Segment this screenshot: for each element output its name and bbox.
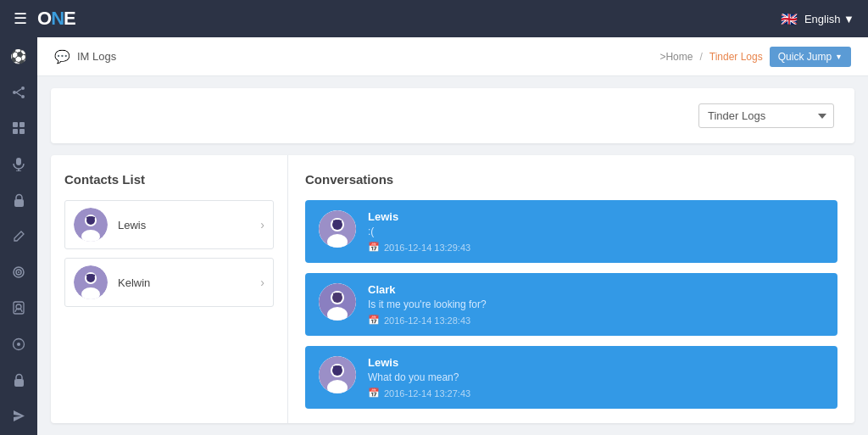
contact-arrow-icon-kelwin: › [260,276,264,289]
svg-point-2 [13,91,16,94]
svg-rect-9 [16,158,21,165]
svg-rect-6 [19,122,25,127]
contact-left: Lewis [74,208,146,242]
log-type-select[interactable]: Tinder Logs WhatsApp Logs Facebook Logs … [698,103,834,128]
conv-timestamp-1: 2016-12-14 13:28:43 [384,315,470,326]
svg-line-38 [338,220,342,221]
svg-rect-7 [13,129,18,134]
breadcrumb-bar: 💬 IM Logs >Home / Tinder Logs Quick Jump [37,37,868,76]
svg-line-37 [333,220,337,221]
edit-icon[interactable] [5,226,32,246]
conv-content-1: Clark Is it me you're looking for? 📅 201… [368,283,824,326]
conv-content-0: Lewis :( 📅 2016-12-14 13:29:43 [368,210,824,253]
contacts-panel: Contacts List [51,155,288,423]
conv-time-1: 📅 2016-12-14 13:28:43 [368,315,824,326]
send-icon[interactable] [5,406,32,427]
soccer-ball-icon[interactable]: ⚽ [5,46,32,66]
conv-sender-0: Lewis [368,210,824,223]
svg-rect-5 [13,122,18,127]
conv-time-2: 📅 2016-12-14 13:27:43 [368,388,824,399]
flag-icon: 🇬🇧 [781,11,798,27]
contact-item-kelwin[interactable]: Kelwin › [64,258,274,307]
svg-line-3 [16,89,21,92]
navbar-left: ☰ ONE [14,8,75,30]
conversations-title: Conversations [305,172,837,187]
svg-rect-8 [19,129,25,134]
language-label: English ▼ [804,13,854,25]
app-logo: ONE [37,8,75,30]
lock2-icon[interactable] [5,370,32,390]
contact-name-kelwin: Kelwin [118,276,150,289]
navbar: ☰ ONE 🇬🇧 English ▼ [0,0,868,37]
contact-avatar-kelwin [74,265,108,299]
svg-rect-12 [14,199,24,207]
conv-message-0: :( [368,226,824,237]
breadcrumb-right: >Home / Tinder Logs Quick Jump [659,47,851,67]
conv-message-2: What do you mean? [368,371,824,383]
lock-icon[interactable] [5,190,32,210]
svg-line-50 [338,366,342,367]
target-icon[interactable] [5,262,32,282]
conv-content-2: Lewis What do you mean? 📅 2016-12-14 13:… [368,356,824,399]
hamburger-button[interactable]: ☰ [14,9,27,28]
calendar-icon-1: 📅 [368,315,380,326]
svg-line-26 [92,217,95,218]
contact-left-kelwin: Kelwin [74,265,150,299]
content-area: 💬 IM Logs >Home / Tinder Logs Quick Jump… [37,37,868,435]
conv-sender-1: Clark [368,283,824,296]
svg-point-19 [17,343,20,346]
badge-icon[interactable] [5,298,32,318]
current-page-label: Tinder Logs [709,51,763,63]
svg-line-4 [16,92,21,96]
main-layout: ⚽ [0,37,868,435]
svg-line-31 [86,275,90,276]
conv-sender-2: Lewis [368,356,824,369]
conversation-item-1[interactable]: Clark Is it me you're looking for? 📅 201… [305,273,837,336]
home-link[interactable]: >Home [659,51,693,63]
conv-avatar-1 [319,283,356,321]
calendar-icon-2: 📅 [368,388,380,399]
conversations-panel: Conversations Lewis [288,155,854,423]
conv-avatar-0 [319,210,356,248]
svg-line-49 [333,366,337,367]
contact-item-lewis[interactable]: Lewis › [64,200,274,249]
main-panel: Contacts List [51,155,854,423]
sidebar: ⚽ [0,37,37,435]
svg-point-15 [18,271,19,273]
svg-point-0 [21,86,25,90]
breadcrumb-left: 💬 IM Logs [54,49,116,64]
svg-line-43 [333,293,337,294]
circle-settings-icon[interactable] [5,334,32,354]
conv-timestamp-0: 2016-12-14 13:29:43 [384,243,470,253]
contact-arrow-icon: › [260,218,264,231]
filter-row: Tinder Logs WhatsApp Logs Facebook Logs … [51,88,854,143]
svg-line-25 [86,217,90,218]
contacts-title: Contacts List [64,172,274,187]
grid-icon[interactable] [5,118,32,138]
language-selector[interactable]: 🇬🇧 English ▼ [781,11,854,27]
conv-avatar-2 [319,356,356,393]
conversation-item-2[interactable]: Lewis What do you mean? 📅 2016-12-14 13:… [305,346,837,409]
share-icon[interactable] [5,81,32,102]
svg-rect-20 [14,379,24,387]
conv-timestamp-2: 2016-12-14 13:27:43 [384,388,470,399]
breadcrumb-separator: / [699,51,702,63]
svg-line-44 [338,293,342,294]
svg-point-1 [21,95,25,98]
conv-time-0: 📅 2016-12-14 13:29:43 [368,242,824,253]
im-logs-icon: 💬 [54,49,70,64]
svg-line-32 [92,275,95,276]
conv-message-1: Is it me you're looking for? [368,298,824,310]
microphone-icon[interactable] [5,153,32,174]
calendar-icon-0: 📅 [368,242,380,253]
quick-jump-button[interactable]: Quick Jump [770,47,851,67]
page-title: IM Logs [77,50,116,63]
conversation-item-0[interactable]: Lewis :( 📅 2016-12-14 13:29:43 [305,200,837,263]
contact-avatar-lewis [74,208,108,242]
contact-name-lewis: Lewis [118,219,146,231]
